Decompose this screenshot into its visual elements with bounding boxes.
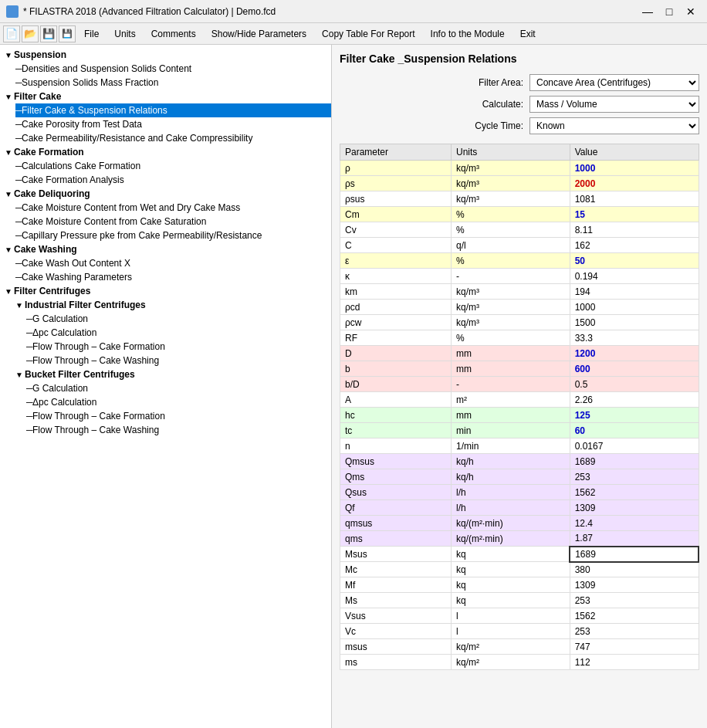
tree-group-cake-deliquoring-label[interactable]: ▼ Cake Deliquoring (0, 187, 331, 201)
sidebar-item-cake-washing-params[interactable]: ─ Cake Washing Parameters (15, 270, 331, 284)
tree-line: ─ (15, 133, 22, 144)
tree-child-cake-formation: ─ Calculations Cake Formation ─ Cake For… (0, 159, 331, 187)
cell-param: Qmsus (340, 454, 452, 469)
sidebar-item-filter-cake-suspension[interactable]: ─ Filter Cake & Suspension Relations (15, 103, 331, 117)
cell-param: Mf (340, 577, 452, 593)
tree-group-cake-formation-label[interactable]: ▼ Cake Formation (0, 145, 331, 159)
save-as-button[interactable]: 💾 (59, 25, 76, 42)
sidebar-item-cake-permeability[interactable]: ─ Cake Permeability/Resistance and Cake … (15, 131, 331, 145)
menu-units[interactable]: Units (107, 25, 142, 43)
tree-line: ─ (26, 355, 32, 366)
table-row: Msuskq1689 (340, 547, 699, 562)
table-row: Cm%15 (340, 207, 699, 222)
sidebar-item-densities[interactable]: ─ Densities and Suspension Solids Conten… (15, 62, 331, 76)
cell-units: kq (451, 577, 570, 593)
table-header-row: Parameter Units Value (340, 144, 699, 161)
cell-value: 1562 (570, 608, 699, 624)
sidebar-item-industrial-flow-washing-label: Flow Through – Cake Washing (32, 355, 159, 366)
calculate-select[interactable]: Mass / Volume Area Time (529, 96, 699, 113)
content-title: Filter Cake _Suspension Relations (340, 52, 699, 65)
sidebar-item-cake-washing-params-label: Cake Washing Parameters (22, 272, 132, 283)
cell-value: 1000 (570, 300, 699, 315)
sidebar-item-bucket-dpc-calc[interactable]: ─ Δpc Calculation (26, 395, 331, 409)
sidebar-item-calc-cake-formation[interactable]: ─ Calculations Cake Formation (15, 159, 331, 173)
cell-value: 1.87 (570, 531, 699, 547)
sidebar-item-cake-wash-out[interactable]: ─ Cake Wash Out Content X (15, 256, 331, 270)
table-row: Am²2.26 (340, 392, 699, 408)
tree-group-suspension: ▼ Suspension ─ Densities and Suspension … (0, 48, 331, 90)
title-bar: * FILASTRA 2018 (Advanced Filtration Cal… (0, 0, 707, 23)
tree-group-filter-centrifuges-label[interactable]: ▼ Filter Centrifuges (0, 284, 331, 298)
close-button[interactable]: ✕ (681, 4, 701, 19)
cell-param: ρsus (340, 191, 452, 207)
tree-group-filter-cake: ▼ Filter Cake ─ Filter Cake & Suspension… (0, 90, 331, 145)
sidebar-item-cake-porosity[interactable]: ─ Cake Porosity from Test Data (15, 117, 331, 131)
menu-info[interactable]: Info to the Module (424, 25, 512, 43)
cell-units: kq/m³ (451, 191, 570, 207)
cycle-time-row: Cycle Time: Known Unknown (462, 117, 699, 134)
tree-child-filter-cake: ─ Filter Cake & Suspension Relations ─ C… (0, 103, 331, 145)
tree-group-suspension-label[interactable]: ▼ Suspension (0, 48, 331, 62)
col-header-parameter: Parameter (340, 144, 452, 161)
cell-param: D (340, 346, 452, 361)
cell-param: Msus (340, 547, 452, 562)
cell-units: kq (451, 547, 570, 562)
sidebar-item-suspension-solids[interactable]: ─ Suspension Solids Mass Fraction (15, 76, 331, 90)
sidebar-item-industrial-g-calc[interactable]: ─ G Calculation (26, 312, 331, 326)
sidebar-item-bucket-g-calc[interactable]: ─ G Calculation (26, 381, 331, 395)
sidebar-item-filter-cake-suspension-label: Filter Cake & Suspension Relations (22, 105, 167, 116)
cell-units: kq/m³ (451, 161, 570, 176)
tree-child-cake-washing: ─ Cake Wash Out Content X ─ Cake Washing… (0, 256, 331, 284)
sidebar-item-cake-formation-analysis[interactable]: ─ Cake Formation Analysis (15, 173, 331, 187)
cell-value[interactable]: 1689 (570, 547, 699, 562)
table-row: ρcdkq/m³1000 (340, 300, 699, 315)
open-file-button[interactable]: 📂 (22, 25, 39, 42)
cell-param: ρ (340, 161, 452, 176)
cycle-time-select[interactable]: Known Unknown (529, 117, 699, 134)
sidebar-item-densities-label: Densities and Suspension Solids Content (22, 63, 191, 74)
table-row: Qmskq/h253 (340, 469, 699, 485)
cell-units: kq/m² (451, 655, 570, 670)
cell-value: 253 (570, 469, 699, 485)
sidebar-item-bucket-flow-formation-label: Flow Through – Cake Formation (32, 411, 165, 422)
sidebar-item-capillary-pressure[interactable]: ─ Capillary Pressure pke from Cake Perme… (15, 229, 331, 242)
sidebar-item-industrial-dpc-calc[interactable]: ─ Δpc Calculation (26, 326, 331, 340)
sidebar-item-cake-moisture-wetdry[interactable]: ─ Cake Moisture Content from Wet and Dry… (15, 201, 331, 215)
sidebar-item-industrial-flow-washing[interactable]: ─ Flow Through – Cake Washing (26, 354, 331, 367)
menu-show-hide[interactable]: Show/Hide Parameters (205, 25, 313, 43)
menu-file[interactable]: File (77, 25, 106, 43)
maximize-button[interactable]: □ (659, 4, 679, 19)
table-row: Mfkq1309 (340, 577, 699, 593)
content-area: Filter Cake _Suspension Relations Filter… (332, 45, 707, 728)
calculate-label: Calculate: (462, 99, 523, 110)
cell-param: b (340, 361, 452, 377)
sidebar-item-bucket-flow-washing[interactable]: ─ Flow Through – Cake Washing (26, 423, 331, 437)
cell-param: n (340, 438, 452, 454)
tree-group-industrial-label[interactable]: ▼ Industrial Filter Centrifuges (11, 298, 331, 312)
sidebar-item-cake-moisture-saturation-label: Cake Moisture Content from Cake Saturati… (22, 216, 206, 227)
tree-group-bucket-label[interactable]: ▼ Bucket Filter Centrifuges (11, 367, 331, 381)
menu-exit[interactable]: Exit (513, 25, 543, 43)
tree-group-cake-washing-label[interactable]: ▼ Cake Washing (0, 242, 331, 256)
cell-value: 1689 (570, 454, 699, 469)
minimize-button[interactable]: — (638, 4, 658, 19)
cell-units: - (451, 269, 570, 284)
menu-copy-table[interactable]: Copy Table For Report (315, 25, 422, 43)
save-button[interactable]: 💾 (40, 25, 57, 42)
table-row: Qsusl/h1562 (340, 485, 699, 500)
sidebar-item-industrial-dpc-calc-label: Δpc Calculation (32, 327, 96, 338)
filter-area-select[interactable]: Concave Area (Centrifuges) Flat Area Cyl… (529, 74, 699, 91)
cell-units: kq/m³ (451, 284, 570, 300)
tree-group-filter-cake-label[interactable]: ▼ Filter Cake (0, 90, 331, 103)
sidebar-item-bucket-flow-formation[interactable]: ─ Flow Through – Cake Formation (26, 409, 331, 423)
sidebar-item-industrial-flow-formation[interactable]: ─ Flow Through – Cake Formation (26, 340, 331, 354)
tree-line: ─ (15, 230, 22, 241)
menu-comments[interactable]: Comments (144, 25, 203, 43)
sidebar-item-cake-moisture-saturation[interactable]: ─ Cake Moisture Content from Cake Satura… (15, 215, 331, 229)
new-file-button[interactable]: 📄 (3, 25, 20, 42)
tree-line: ─ (15, 202, 22, 213)
cell-units: mm (451, 346, 570, 361)
expand-icon-cake-washing: ▼ (3, 244, 14, 255)
table-body: ρkq/m³1000ρskq/m³2000ρsuskq/m³1081Cm%15C… (340, 161, 699, 670)
filter-area-row: Filter Area: Concave Area (Centrifuges) … (462, 74, 699, 91)
